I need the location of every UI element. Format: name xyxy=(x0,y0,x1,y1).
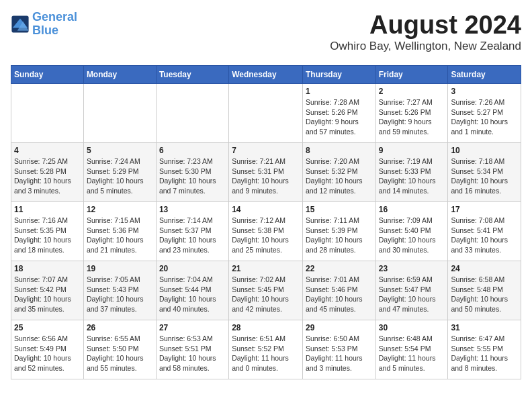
calendar-cell: 18Sunrise: 7:07 AM Sunset: 5:42 PM Dayli… xyxy=(11,261,84,320)
day-number: 18 xyxy=(14,264,81,273)
day-number: 22 xyxy=(306,264,373,273)
calendar-cell: 30Sunrise: 6:48 AM Sunset: 5:54 PM Dayli… xyxy=(375,320,448,379)
day-number: 20 xyxy=(159,264,226,273)
day-number: 9 xyxy=(379,146,445,155)
day-info: Sunrise: 7:25 AM Sunset: 5:28 PM Dayligh… xyxy=(14,156,81,196)
day-info: Sunrise: 7:15 AM Sunset: 5:36 PM Dayligh… xyxy=(87,216,153,255)
day-number: 28 xyxy=(232,323,300,332)
day-number: 10 xyxy=(451,146,518,155)
title-area: August 2024 Owhiro Bay, Wellington, New … xyxy=(330,11,521,53)
day-info: Sunrise: 7:21 AM Sunset: 5:31 PM Dayligh… xyxy=(232,156,300,196)
day-info: Sunrise: 7:23 AM Sunset: 5:30 PM Dayligh… xyxy=(159,156,226,196)
calendar-cell: 21Sunrise: 7:02 AM Sunset: 5:45 PM Dayli… xyxy=(229,261,303,320)
day-info: Sunrise: 7:08 AM Sunset: 5:41 PM Dayligh… xyxy=(451,216,518,255)
calendar-cell: 23Sunrise: 6:59 AM Sunset: 5:47 PM Dayli… xyxy=(375,261,448,320)
day-info: Sunrise: 7:20 AM Sunset: 5:32 PM Dayligh… xyxy=(306,156,373,196)
calendar-cell: 20Sunrise: 7:04 AM Sunset: 5:44 PM Dayli… xyxy=(156,261,228,320)
day-number: 2 xyxy=(379,87,445,96)
day-number: 15 xyxy=(306,205,373,214)
day-info: Sunrise: 6:48 AM Sunset: 5:54 PM Dayligh… xyxy=(379,334,445,373)
month-title: August 2024 xyxy=(330,11,521,40)
week-row-2: 4Sunrise: 7:25 AM Sunset: 5:28 PM Daylig… xyxy=(11,143,521,202)
day-info: Sunrise: 7:01 AM Sunset: 5:46 PM Dayligh… xyxy=(306,275,373,314)
calendar-cell: 3Sunrise: 7:26 AM Sunset: 5:27 PM Daylig… xyxy=(448,84,521,143)
day-info: Sunrise: 7:02 AM Sunset: 5:45 PM Dayligh… xyxy=(232,275,300,314)
calendar-cell: 1Sunrise: 7:28 AM Sunset: 5:26 PM Daylig… xyxy=(302,84,375,143)
weekday-header-friday: Friday xyxy=(375,66,448,84)
day-number: 5 xyxy=(87,146,153,155)
day-number: 8 xyxy=(306,146,373,155)
week-row-1: 1Sunrise: 7:28 AM Sunset: 5:26 PM Daylig… xyxy=(11,84,521,143)
calendar-cell: 19Sunrise: 7:05 AM Sunset: 5:43 PM Dayli… xyxy=(83,261,156,320)
day-number: 19 xyxy=(87,264,153,273)
calendar-cell: 14Sunrise: 7:12 AM Sunset: 5:38 PM Dayli… xyxy=(229,202,303,261)
calendar-cell: 13Sunrise: 7:14 AM Sunset: 5:37 PM Dayli… xyxy=(156,202,228,261)
calendar-cell: 29Sunrise: 6:50 AM Sunset: 5:53 PM Dayli… xyxy=(302,320,375,379)
week-row-5: 25Sunrise: 6:56 AM Sunset: 5:49 PM Dayli… xyxy=(11,320,521,379)
logo: General Blue xyxy=(11,11,77,38)
day-info: Sunrise: 6:53 AM Sunset: 5:51 PM Dayligh… xyxy=(159,334,226,373)
day-info: Sunrise: 7:26 AM Sunset: 5:27 PM Dayligh… xyxy=(451,97,518,137)
day-info: Sunrise: 6:58 AM Sunset: 5:48 PM Dayligh… xyxy=(451,275,518,314)
calendar-cell: 8Sunrise: 7:20 AM Sunset: 5:32 PM Daylig… xyxy=(302,143,375,202)
location-title: Owhiro Bay, Wellington, New Zealand xyxy=(330,40,521,53)
day-info: Sunrise: 7:04 AM Sunset: 5:44 PM Dayligh… xyxy=(159,275,226,314)
week-row-4: 18Sunrise: 7:07 AM Sunset: 5:42 PM Dayli… xyxy=(11,261,521,320)
logo-icon xyxy=(11,15,30,34)
day-info: Sunrise: 7:27 AM Sunset: 5:26 PM Dayligh… xyxy=(379,97,445,137)
weekday-header-sunday: Sunday xyxy=(11,66,84,84)
day-info: Sunrise: 7:24 AM Sunset: 5:29 PM Dayligh… xyxy=(87,156,153,196)
calendar-cell: 15Sunrise: 7:11 AM Sunset: 5:39 PM Dayli… xyxy=(302,202,375,261)
day-info: Sunrise: 7:07 AM Sunset: 5:42 PM Dayligh… xyxy=(14,275,81,314)
day-number: 13 xyxy=(159,205,226,214)
day-info: Sunrise: 7:12 AM Sunset: 5:38 PM Dayligh… xyxy=(232,216,300,255)
weekday-header-monday: Monday xyxy=(83,66,156,84)
day-number: 1 xyxy=(306,87,373,96)
day-info: Sunrise: 7:14 AM Sunset: 5:37 PM Dayligh… xyxy=(159,216,226,255)
day-info: Sunrise: 7:09 AM Sunset: 5:40 PM Dayligh… xyxy=(379,216,445,255)
logo-text: General Blue xyxy=(32,11,77,38)
calendar-cell: 22Sunrise: 7:01 AM Sunset: 5:46 PM Dayli… xyxy=(302,261,375,320)
day-info: Sunrise: 6:50 AM Sunset: 5:53 PM Dayligh… xyxy=(306,334,373,373)
calendar-cell: 25Sunrise: 6:56 AM Sunset: 5:49 PM Dayli… xyxy=(11,320,84,379)
weekday-header-row: SundayMondayTuesdayWednesdayThursdayFrid… xyxy=(11,66,521,84)
week-row-3: 11Sunrise: 7:16 AM Sunset: 5:35 PM Dayli… xyxy=(11,202,521,261)
day-number: 25 xyxy=(14,323,81,332)
day-info: Sunrise: 7:11 AM Sunset: 5:39 PM Dayligh… xyxy=(306,216,373,255)
weekday-header-tuesday: Tuesday xyxy=(156,66,228,84)
calendar-cell: 5Sunrise: 7:24 AM Sunset: 5:29 PM Daylig… xyxy=(83,143,156,202)
day-number: 31 xyxy=(451,323,518,332)
day-info: Sunrise: 6:51 AM Sunset: 5:52 PM Dayligh… xyxy=(232,334,300,373)
day-number: 3 xyxy=(451,87,518,96)
calendar-cell: 31Sunrise: 6:47 AM Sunset: 5:55 PM Dayli… xyxy=(448,320,521,379)
day-info: Sunrise: 7:16 AM Sunset: 5:35 PM Dayligh… xyxy=(14,216,81,255)
calendar-cell: 6Sunrise: 7:23 AM Sunset: 5:30 PM Daylig… xyxy=(156,143,228,202)
day-info: Sunrise: 6:47 AM Sunset: 5:55 PM Dayligh… xyxy=(451,334,518,373)
calendar-cell xyxy=(83,84,156,143)
day-number: 6 xyxy=(159,146,226,155)
day-number: 29 xyxy=(306,323,373,332)
calendar-cell: 17Sunrise: 7:08 AM Sunset: 5:41 PM Dayli… xyxy=(448,202,521,261)
day-info: Sunrise: 7:19 AM Sunset: 5:33 PM Dayligh… xyxy=(379,156,445,196)
calendar-cell: 2Sunrise: 7:27 AM Sunset: 5:26 PM Daylig… xyxy=(375,84,448,143)
day-info: Sunrise: 6:59 AM Sunset: 5:47 PM Dayligh… xyxy=(379,275,445,314)
calendar-cell: 16Sunrise: 7:09 AM Sunset: 5:40 PM Dayli… xyxy=(375,202,448,261)
day-info: Sunrise: 7:18 AM Sunset: 5:34 PM Dayligh… xyxy=(451,156,518,196)
calendar-cell: 7Sunrise: 7:21 AM Sunset: 5:31 PM Daylig… xyxy=(229,143,303,202)
calendar-cell: 24Sunrise: 6:58 AM Sunset: 5:48 PM Dayli… xyxy=(448,261,521,320)
calendar-cell xyxy=(156,84,228,143)
day-number: 11 xyxy=(14,205,81,214)
day-number: 7 xyxy=(232,146,300,155)
day-number: 17 xyxy=(451,205,518,214)
calendar-cell: 12Sunrise: 7:15 AM Sunset: 5:36 PM Dayli… xyxy=(83,202,156,261)
weekday-header-saturday: Saturday xyxy=(448,66,521,84)
calendar-cell xyxy=(11,84,84,143)
day-number: 21 xyxy=(232,264,300,273)
calendar-cell: 9Sunrise: 7:19 AM Sunset: 5:33 PM Daylig… xyxy=(375,143,448,202)
day-info: Sunrise: 6:55 AM Sunset: 5:50 PM Dayligh… xyxy=(87,334,153,373)
calendar-cell: 28Sunrise: 6:51 AM Sunset: 5:52 PM Dayli… xyxy=(229,320,303,379)
day-number: 27 xyxy=(159,323,226,332)
day-number: 23 xyxy=(379,264,445,273)
day-info: Sunrise: 6:56 AM Sunset: 5:49 PM Dayligh… xyxy=(14,334,81,373)
day-number: 16 xyxy=(379,205,445,214)
